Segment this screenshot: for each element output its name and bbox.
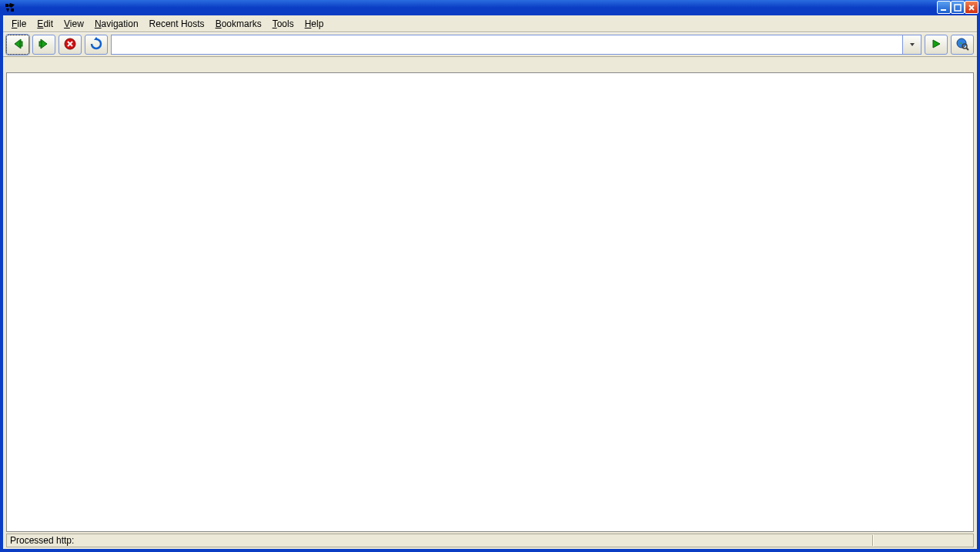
forward-arrow-icon [37,37,51,53]
close-button[interactable] [965,1,978,14]
menu-recent-hosts[interactable]: Recent Hosts [144,17,210,31]
menu-label: ookmarks [222,18,262,29]
address-bar [111,35,921,55]
go-button[interactable] [925,35,948,55]
statusbar: Processed http: [6,534,974,547]
menu-file[interactable]: File [6,17,32,31]
toolbar [3,32,977,57]
address-input[interactable] [112,35,902,54]
forward-button[interactable] [32,35,55,55]
go-icon [931,38,942,52]
menu-tools[interactable]: Tools [267,17,299,31]
svg-rect-2 [20,42,22,46]
menu-edit[interactable]: Edit [32,17,59,31]
search-globe-icon [955,37,969,53]
status-panel [873,534,973,547]
chevron-down-icon [909,39,915,50]
maximize-button[interactable] [951,1,965,14]
menu-label: Recent Hosts [149,18,205,29]
menu-label: iew [70,18,84,29]
svg-rect-0 [941,9,946,11]
app-icon [3,1,17,15]
svg-point-5 [957,38,966,48]
menu-bookmarks[interactable]: Bookmarks [210,17,267,31]
stop-button[interactable] [59,35,82,55]
search-button[interactable] [951,35,974,55]
svg-rect-3 [39,42,42,46]
status-text: Processed http: [7,535,873,546]
menu-navigation[interactable]: Navigation [89,17,144,31]
back-button[interactable] [6,35,29,55]
menu-label: avigation [102,18,139,29]
menu-label: dit [43,18,53,29]
menu-view[interactable]: View [59,17,89,31]
address-dropdown-button[interactable] [902,35,921,54]
reload-button[interactable] [85,35,108,55]
menu-label: elp [311,18,323,29]
menu-label: ools [277,18,294,29]
menubar: File Edit View Navigation Recent Hosts B… [3,15,977,32]
back-arrow-icon [11,37,25,53]
minimize-button[interactable] [937,1,951,14]
content-area [6,72,974,532]
menu-label: ile [17,18,26,29]
stop-icon [63,37,77,53]
reload-icon [89,37,103,53]
menu-help[interactable]: Help [299,17,329,31]
svg-line-7 [966,48,968,50]
titlebar [0,0,980,15]
window-controls [937,1,978,14]
svg-rect-1 [955,5,961,11]
